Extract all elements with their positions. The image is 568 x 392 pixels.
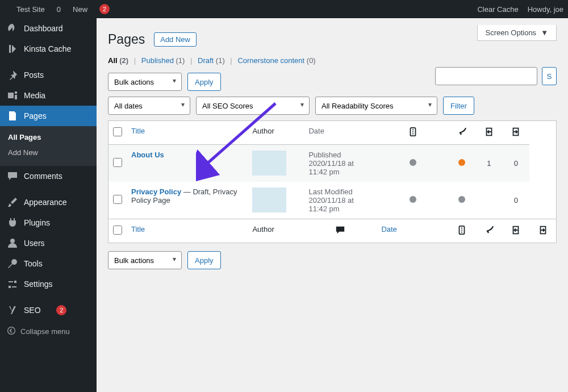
th-seo-score-icon [377, 121, 448, 145]
user-icon [7, 237, 18, 249]
author-avatar [252, 187, 286, 212]
sidebar-subitem-all-pages[interactable]: All Pages [0, 130, 97, 145]
row-checkbox[interactable] [113, 158, 122, 167]
svg-point-2 [8, 327, 15, 335]
bulk-actions-select[interactable]: Bulk actions [108, 73, 182, 91]
links-outgoing: 0 [503, 145, 529, 182]
clear-cache-link[interactable]: Clear Cache [473, 0, 523, 18]
bulk-actions-select-bottom[interactable]: Bulk actions [108, 251, 182, 269]
tf-author: Author [248, 219, 304, 243]
svg-point-4 [412, 129, 413, 130]
row-date: Last Modified2020/11/18 at 11:42 pm [304, 182, 377, 219]
dates-select[interactable]: All dates [108, 97, 190, 115]
comments-link[interactable]: 0 [49, 0, 65, 18]
sidebar-item-kinsta[interactable]: Kinsta Cache [0, 39, 97, 59]
sidebar-item-pages[interactable]: Pages [0, 106, 97, 126]
view-cornerstone[interactable]: Cornerstone content (0) [237, 56, 315, 65]
readability-dot [458, 196, 465, 203]
th-author: Author [248, 121, 304, 145]
readability-select[interactable]: All Readability Scores [315, 97, 437, 115]
sidebar-item-seo[interactable]: SEO 2 [0, 300, 97, 320]
admin-toolbar: Test Site 0 New 2 Clear Cache Howdy, joe [0, 0, 568, 18]
select-all-checkbox[interactable] [113, 127, 122, 136]
row-date: Published2020/11/18 at 11:42 pm [304, 145, 377, 182]
page-icon [7, 110, 18, 122]
pages-table: Title Author Date About UsPublished2020/… [108, 120, 557, 243]
yoast-icon [7, 305, 18, 316]
th-date[interactable]: Date [304, 121, 377, 145]
apply-button-top[interactable]: Apply [187, 73, 221, 91]
svg-point-1 [10, 239, 15, 243]
readability-dot [458, 159, 465, 166]
table-row: Privacy Policy — Draft, Privacy Policy P… [108, 182, 557, 219]
site-link[interactable]: Test Site [9, 0, 49, 18]
tf-title[interactable]: Title [127, 219, 248, 243]
seo-score-dot [410, 196, 416, 203]
wp-logo[interactable] [0, 0, 9, 18]
comment-icon [7, 170, 18, 182]
sidebar-item-users[interactable]: Users [0, 233, 97, 253]
sliders-icon [7, 278, 18, 290]
th-readability-icon [449, 121, 475, 145]
yoast-link[interactable]: 2 [92, 0, 114, 18]
collapse-menu[interactable]: Collapse menu [0, 320, 97, 343]
sidebar-item-dashboard[interactable]: Dashboard [0, 18, 97, 39]
svg-point-5 [412, 131, 413, 132]
svg-point-6 [412, 134, 413, 135]
links-incoming [475, 182, 502, 219]
filter-button[interactable]: Filter [443, 97, 474, 115]
new-label: New [73, 5, 87, 14]
row-title-link[interactable]: About Us [131, 151, 164, 159]
seo-scores-select[interactable]: All SEO Scores [196, 97, 310, 115]
svg-point-10 [461, 232, 462, 233]
brush-icon [7, 197, 18, 208]
wrench-icon [7, 258, 18, 269]
apply-button-bottom[interactable]: Apply [187, 251, 221, 269]
view-all[interactable]: All (2) [108, 56, 128, 65]
add-new-button[interactable]: Add New [154, 32, 197, 47]
sidebar-item-comments[interactable]: Comments [0, 166, 97, 186]
svg-point-9 [461, 230, 462, 231]
tf-links-out-icon [529, 219, 557, 243]
sidebar-item-media[interactable]: Media [0, 85, 97, 106]
media-icon [7, 90, 18, 101]
sidebar-item-posts[interactable]: Posts [0, 65, 97, 85]
view-published[interactable]: Published (1) [141, 56, 185, 65]
kinsta-icon [7, 43, 18, 55]
seo-badge: 2 [56, 305, 66, 315]
author-avatar [252, 151, 286, 176]
dashboard-icon [7, 23, 18, 34]
th-title[interactable]: Title [127, 121, 248, 145]
plug-icon [7, 217, 18, 228]
table-row: About UsPublished2020/11/18 at 11:42 pm1… [108, 145, 557, 182]
th-links-out-icon [503, 121, 529, 145]
main-content: Screen Options▼ Pages Add New S All (2) … [97, 18, 568, 392]
tf-date[interactable]: Date [377, 219, 448, 243]
tf-seo-score-icon [449, 219, 475, 243]
admin-sidebar: Dashboard Kinsta Cache Posts Media Pages… [0, 18, 97, 392]
svg-point-8 [461, 227, 462, 228]
row-checkbox[interactable] [113, 195, 122, 204]
row-title-link[interactable]: Privacy Policy [131, 187, 181, 196]
search-button[interactable]: S [542, 67, 557, 85]
new-link[interactable]: New [65, 0, 92, 18]
select-all-checkbox-foot[interactable] [113, 226, 122, 235]
screen-options-tab[interactable]: Screen Options▼ [477, 25, 557, 41]
sidebar-subitem-add-new[interactable]: Add New [0, 145, 97, 160]
pin-icon [7, 69, 18, 81]
sidebar-item-tools[interactable]: Tools [0, 253, 97, 274]
links-incoming: 1 [475, 145, 502, 182]
search-input[interactable] [435, 67, 537, 85]
howdy-link[interactable]: Howdy, joe [523, 0, 568, 18]
sidebar-item-plugins[interactable]: Plugins [0, 212, 97, 233]
collapse-icon [7, 326, 16, 337]
chevron-down-icon: ▼ [541, 28, 548, 37]
th-links-in-icon [475, 121, 502, 145]
sidebar-item-appearance[interactable]: Appearance [0, 192, 97, 212]
tf-readability-icon [475, 219, 502, 243]
comments-count: 0 [57, 5, 61, 14]
sidebar-item-settings[interactable]: Settings [0, 274, 97, 294]
site-name: Test Site [16, 5, 45, 14]
links-outgoing: 0 [503, 182, 529, 219]
view-draft[interactable]: Draft (1) [198, 56, 225, 65]
